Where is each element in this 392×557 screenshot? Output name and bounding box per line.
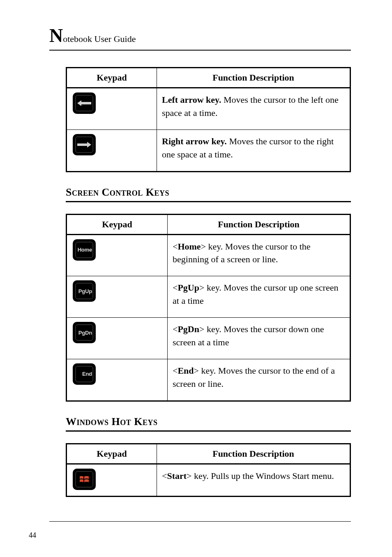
running-header: Notebook User Guide [49,25,351,51]
col-keypad: Keypad [67,68,157,88]
col-keypad: Keypad [67,214,168,234]
start-key-desc: <Start> key. Pulls up the Windows Start … [157,464,350,496]
section-heading-windows: Windows Hot Keys [66,416,351,432]
left-arrow-desc: Left arrow key. Moves the cursor to the … [157,88,350,130]
home-key-desc: <Home> key. Moves the cursor to the begi… [168,234,350,276]
windows-key-icon [73,469,96,490]
screen-keys-table: Keypad Function Description Home <Home> … [66,214,351,402]
table-row: <Start> key. Pulls up the Windows Start … [67,464,350,496]
col-desc: Function Description [168,214,350,234]
table-row: End <End> key. Moves the cursor to the e… [67,359,350,401]
pgdn-key-icon: PgDn [73,322,96,343]
col-keypad: Keypad [67,444,157,464]
pgdn-key-desc: <PgDn> key. Moves the cursor down one sc… [168,318,350,359]
end-key-desc: <End> key. Moves the cursor to the end o… [168,359,350,401]
windows-keys-table: Keypad Function Description [66,443,351,497]
header-rest: otebook User Guide [63,34,136,44]
table-row: Home <Home> key. Moves the cursor to the… [67,234,350,276]
footer-rule [49,521,351,522]
svg-marker-1 [77,142,91,148]
section-heading-screen: Screen Control Keys [66,186,351,202]
table-row: Right arrow key. Moves the cursor to the… [67,129,350,171]
page-number: 44 [29,531,36,540]
pgup-key-icon: PgUp [73,280,96,302]
table-row: PgDn <PgDn> key. Moves the cursor down o… [67,318,350,359]
col-desc: Function Description [157,68,350,88]
right-arrow-key-icon [73,134,96,155]
svg-marker-0 [77,100,91,106]
col-desc: Function Description [157,444,350,464]
home-key-icon: Home [73,239,96,261]
left-arrow-key-icon [73,92,96,114]
table-row: PgUp <PgUp> key. Moves the cursor up one… [67,276,350,318]
header-big-letter: N [49,25,63,46]
table-row: Left arrow key. Moves the cursor to the … [67,88,350,130]
pgup-key-desc: <PgUp> key. Moves the cursor up one scre… [168,276,350,318]
end-key-icon: End [73,363,96,385]
right-arrow-desc: Right arrow key. Moves the cursor to the… [157,129,350,171]
arrow-keys-table: Keypad Function Description Left arrow k… [66,67,351,172]
